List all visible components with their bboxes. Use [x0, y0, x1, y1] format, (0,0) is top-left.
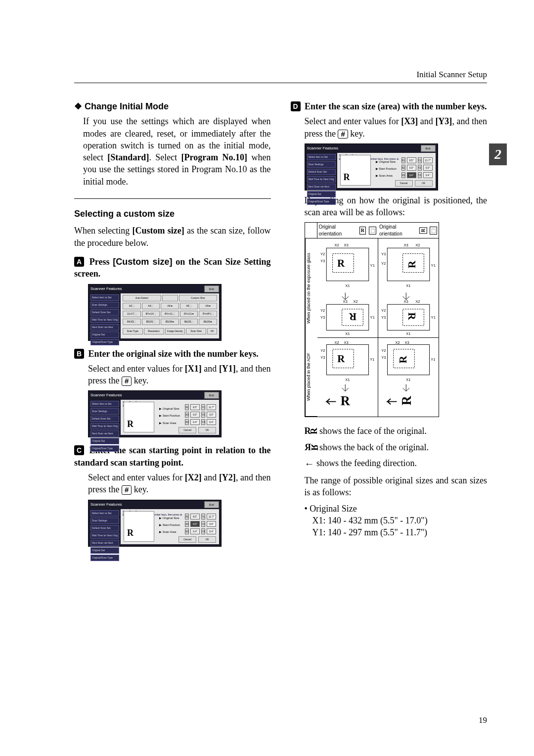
r-rotated-icon: R	[419, 227, 427, 234]
hash-key-icon: #	[122, 377, 132, 386]
svg-text:Y1: Y1	[431, 358, 435, 362]
svg-text:X3: X3	[403, 243, 408, 248]
svg-text:X2: X2	[415, 300, 420, 304]
svg-text:Y2: Y2	[381, 308, 385, 313]
screenshot-enter-original-size: Scanner Features Exit Select Item to Set…	[88, 390, 222, 437]
svg-rect-9	[326, 305, 369, 331]
svg-text:R: R	[340, 394, 350, 409]
svg-text:R: R	[349, 311, 356, 323]
svg-text:X3: X3	[403, 300, 408, 304]
two-column-layout: Change Initial Mode If you use the setti…	[74, 100, 487, 551]
range-intro: The range of possible original sizes and…	[305, 474, 488, 499]
diagram-icon: R	[124, 511, 154, 542]
page-number: 19	[479, 715, 487, 726]
legend-feed: ← shows the feeding direction.	[305, 457, 488, 471]
svg-text:X2: X2	[334, 340, 339, 345]
chapter-tab: 2	[489, 143, 507, 165]
svg-text:Y3: Y3	[381, 355, 386, 360]
heading-change-initial-mode: Change Initial Mode	[74, 100, 271, 112]
svg-text:X3: X3	[344, 243, 348, 248]
orient-col2-header: Original orientation R ⬚	[378, 223, 439, 238]
svg-text:Y2: Y2	[320, 252, 324, 256]
orientation-svg: R X2X3 Y2Y3 Y1X1 R X3X2 Y2Y3 Y1X1	[319, 240, 376, 335]
svg-text:R: R	[399, 396, 413, 406]
screenshot-enter-scan-area: Scanner Features Exit Select Item to Set…	[305, 143, 438, 190]
heading-selecting-custom-size: Selecting a custom size	[74, 208, 271, 220]
diagram-icon: R	[340, 155, 371, 186]
svg-rect-0	[326, 248, 369, 282]
breadcrumb: Initial Scanner Setup	[416, 70, 487, 79]
step-number-icon: A	[74, 257, 84, 267]
svg-text:X3: X3	[404, 340, 409, 345]
svg-text:Y3: Y3	[320, 355, 325, 360]
diagram-icon: R	[124, 402, 154, 432]
right-column: D Enter the scan size (area) with the nu…	[291, 100, 488, 551]
step-number-icon: B	[74, 349, 84, 359]
step-1: A Press [Custom size] on the Scan Size S…	[74, 256, 271, 280]
screenshot-scan-size-setting: Scanner Features Exit Select Item to Set…	[88, 284, 222, 341]
step-number-icon: D	[291, 101, 301, 111]
page-icon: ⬚	[369, 227, 376, 235]
svg-text:Y2: Y2	[320, 348, 325, 353]
legend-face: RR shows the face of the original.	[305, 425, 488, 437]
svg-text:Y1: Y1	[431, 264, 435, 268]
arrow-left-icon: ←	[305, 458, 314, 469]
range-y1: Y1: 140 - 297 mm (5.5" - 11.7")	[312, 526, 488, 538]
step-number-icon: C	[74, 445, 84, 455]
svg-text:X3: X3	[344, 340, 348, 345]
svg-text:Y1: Y1	[370, 315, 374, 320]
custom-size-intro: When selecting [Custom size] as the scan…	[74, 225, 271, 249]
svg-text:X1: X1	[406, 331, 410, 335]
running-header: Initial Scanner Setup	[74, 69, 487, 83]
svg-text:X1: X1	[406, 284, 410, 288]
page: Initial Scanner Setup 2 Change Initial M…	[0, 0, 534, 756]
svg-text:Y3: Y3	[381, 252, 385, 256]
step-4-body: Select and enter values for [X3] and [Y3…	[305, 115, 488, 140]
legend-back: RR shows the back of the original.	[305, 441, 488, 453]
svg-text:Y3: Y3	[381, 315, 385, 320]
svg-text:R: R	[398, 356, 408, 364]
svg-text:X2: X2	[415, 243, 420, 248]
svg-text:Y2: Y2	[320, 308, 324, 313]
orient-col1-header: Original orientation R ⬚	[317, 223, 378, 238]
svg-text:Y2: Y2	[381, 261, 385, 266]
svg-text:R: R	[406, 313, 418, 321]
svg-text:R: R	[337, 354, 345, 365]
orientation-diagram: Original orientation R ⬚ Original orient…	[305, 222, 439, 417]
range-x1: X1: 140 - 432 mm (5.5" - 17.0")	[312, 515, 488, 526]
svg-text:X3: X3	[343, 300, 347, 304]
step-4: D Enter the scan size (area) with the nu…	[291, 100, 488, 112]
hash-key-icon: #	[338, 130, 348, 139]
svg-text:Y1: Y1	[370, 264, 374, 268]
screenshot-enter-start-point: Scanner Features Exit Select Item to Set…	[88, 500, 222, 547]
svg-text:Y2: Y2	[381, 348, 386, 353]
orient-cell-glass-landscape: R X3X2 Y3Y2 Y1X1 R X3X2 Y3Y2 Y1X1	[378, 238, 439, 337]
orient-row1-label: When placed on the exposure glass	[305, 238, 317, 337]
svg-text:X2: X2	[353, 300, 357, 304]
svg-text:X1: X1	[345, 284, 350, 288]
left-column: Change Initial Mode If you use the setti…	[74, 100, 271, 551]
exit-button[interactable]: Exit	[204, 285, 219, 292]
svg-text:Y1: Y1	[431, 315, 435, 320]
svg-text:Y3: Y3	[320, 259, 324, 263]
shot-pane: Auto DetectCustom Size A3⬚A4⬚A4⬌A5⬚A5⬌ 1…	[121, 293, 219, 338]
orient-cell-adf-landscape: R X2X3 Y2Y3 Y1X1 R	[378, 337, 439, 417]
orient-row2-label: When placed in the ADF	[305, 337, 317, 417]
svg-text:X2: X2	[334, 243, 339, 248]
change-mode-paragraph: If you use the settings which are displa…	[83, 115, 271, 188]
range-list: Original Size	[305, 503, 488, 515]
divider	[74, 198, 271, 199]
step-3-body: Select and enter values for [X2] and [Y2…	[88, 472, 271, 496]
svg-text:X1: X1	[345, 331, 350, 335]
shot-title: Scanner Features	[90, 286, 122, 292]
step-2: B Enter the original size with the numbe…	[74, 348, 271, 360]
svg-text:X2: X2	[395, 340, 400, 345]
svg-text:R: R	[406, 261, 418, 269]
orient-cell-glass-portrait: R X2X3 Y2Y3 Y1X1 R X3X2 Y2Y3 Y1X1	[317, 238, 378, 337]
svg-text:X1: X1	[406, 378, 410, 382]
range-original-size: Original Size	[305, 503, 488, 515]
step-2-body: Select and enter values for [X1] and [Y1…	[88, 363, 271, 387]
hash-key-icon: #	[122, 485, 132, 495]
shot-sidebar: Select Item to Set Scan Settings Default…	[90, 293, 119, 338]
page-landscape-icon: ⬚	[430, 227, 437, 235]
